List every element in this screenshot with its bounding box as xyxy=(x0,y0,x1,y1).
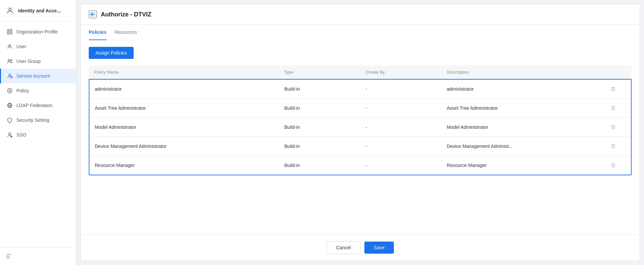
svg-point-7 xyxy=(8,59,10,61)
sidebar-item-label: Organization Profile xyxy=(16,29,58,34)
svg-rect-4 xyxy=(7,32,9,34)
service-account-icon xyxy=(6,73,13,79)
sidebar: Identity and Acce... Organization Profil… xyxy=(0,0,76,265)
col-type: Type xyxy=(279,66,360,79)
sidebar-item-label: User Group xyxy=(16,59,41,64)
sidebar-item-sso[interactable]: SSO xyxy=(0,127,76,142)
actions-cell xyxy=(604,137,631,156)
ldap-icon xyxy=(6,102,13,109)
sidebar-item-organization-profile[interactable]: Organization Profile xyxy=(0,24,76,39)
sidebar-item-label: Service Account xyxy=(16,73,50,79)
sidebar-item-user-group[interactable]: User Group xyxy=(0,54,76,69)
selected-rows-group: administrator Build-in - administrator xyxy=(89,79,632,175)
svg-point-13 xyxy=(7,88,12,93)
type-cell: Build-in xyxy=(279,80,360,99)
svg-rect-2 xyxy=(7,29,9,31)
user-icon xyxy=(6,43,13,50)
sso-icon xyxy=(6,131,13,138)
table-header: Policy Name Type Create By Description xyxy=(89,66,632,79)
sidebar-item-security-setting[interactable]: Security Setting xyxy=(0,113,76,127)
sidebar-item-service-account[interactable]: Service Account xyxy=(0,69,76,83)
svg-point-16 xyxy=(9,133,11,135)
identity-icon xyxy=(5,6,15,15)
policy-icon xyxy=(6,87,13,94)
sidebar-item-ldap-federation[interactable]: LDAP Federation xyxy=(0,98,76,113)
description-cell: Device Management Administ... xyxy=(441,137,604,156)
delete-button[interactable] xyxy=(609,104,617,112)
content-header: Authorize - DTVIZ xyxy=(81,4,640,25)
assign-policies-button[interactable]: Assign Policies xyxy=(89,47,134,59)
svg-point-9 xyxy=(9,74,11,76)
description-cell: Model Administrator xyxy=(441,118,604,137)
trash-icon xyxy=(611,144,616,149)
tab-resources[interactable]: Resources xyxy=(115,25,137,40)
policy-name-cell: Resource Manager xyxy=(89,156,279,175)
policy-name-cell: Model Administrator xyxy=(89,118,279,137)
create-by-cell: - xyxy=(360,137,441,156)
trash-icon xyxy=(611,105,616,111)
back-button[interactable] xyxy=(89,10,97,18)
delete-button[interactable] xyxy=(609,85,617,93)
tabs-bar: Policies Resources xyxy=(81,25,640,40)
actions-cell xyxy=(604,80,631,99)
actions-cell xyxy=(604,99,631,118)
col-actions xyxy=(604,66,632,79)
svg-rect-5 xyxy=(10,32,12,34)
table-row: Device Management Administrator Build-in… xyxy=(89,137,631,156)
content-body: Assign Policies Policy Name Type Create … xyxy=(81,40,640,234)
description-cell: Asset Tree Administrator xyxy=(441,99,604,118)
table-row: administrator Build-in - administrator xyxy=(89,80,631,99)
user-group-icon xyxy=(6,58,13,65)
sidebar-item-user[interactable]: User xyxy=(0,39,76,54)
menu-icon xyxy=(5,253,12,260)
type-cell: Build-in xyxy=(279,156,360,175)
actions-cell xyxy=(604,118,631,137)
sidebar-item-label: Policy xyxy=(16,88,29,93)
content-footer: Cancel Save xyxy=(81,234,640,261)
page-title: Authorize - DTVIZ xyxy=(101,11,151,18)
table-row: Resource Manager Build-in - Resource Man… xyxy=(89,156,631,175)
actions-cell xyxy=(604,156,631,175)
create-by-cell: - xyxy=(360,99,441,118)
back-arrow-icon xyxy=(89,11,96,18)
trash-icon xyxy=(611,86,616,92)
delete-button[interactable] xyxy=(609,142,617,150)
sidebar-header-title: Identity and Acce... xyxy=(18,8,61,13)
create-by-cell: - xyxy=(360,118,441,137)
svg-point-0 xyxy=(9,8,11,11)
sidebar-nav: Organization Profile User Us xyxy=(0,22,76,247)
cancel-button[interactable]: Cancel xyxy=(327,241,361,254)
col-create-by: Create By xyxy=(360,66,441,79)
svg-point-8 xyxy=(10,60,12,61)
selected-policy-table: administrator Build-in - administrator xyxy=(89,80,631,175)
sidebar-footer[interactable] xyxy=(0,247,76,265)
svg-point-6 xyxy=(9,45,11,47)
sidebar-header: Identity and Acce... xyxy=(0,0,76,22)
delete-button[interactable] xyxy=(609,161,617,169)
tab-policies[interactable]: Policies xyxy=(89,25,106,40)
main-content: Authorize - DTVIZ Policies Resources Ass… xyxy=(80,4,640,261)
table-row: Model Administrator Build-in - Model Adm… xyxy=(89,118,631,137)
description-cell: administrator xyxy=(441,80,604,99)
table-row: Asset Tree Administrator Build-in - Asse… xyxy=(89,99,631,118)
organization-profile-icon xyxy=(6,28,13,35)
policy-name-cell: Device Management Administrator xyxy=(89,137,279,156)
create-by-cell: - xyxy=(360,156,441,175)
type-cell: Build-in xyxy=(279,118,360,137)
save-button[interactable]: Save xyxy=(364,242,394,254)
sidebar-item-label: User xyxy=(16,44,26,49)
sidebar-item-label: SSO xyxy=(16,132,26,138)
svg-point-14 xyxy=(9,90,11,92)
trash-icon xyxy=(611,124,616,130)
sidebar-item-label: Security Setting xyxy=(16,117,49,123)
sidebar-item-policy[interactable]: Policy xyxy=(0,83,76,98)
sidebar-item-label: LDAP Federation xyxy=(16,103,52,108)
col-description: Description xyxy=(442,66,604,79)
type-cell: Build-in xyxy=(279,137,360,156)
description-cell: Resource Manager xyxy=(441,156,604,175)
type-cell: Build-in xyxy=(279,99,360,118)
trash-icon xyxy=(611,163,616,168)
delete-button[interactable] xyxy=(609,123,617,131)
col-policy-name: Policy Name xyxy=(89,66,279,79)
svg-point-17 xyxy=(11,136,12,137)
